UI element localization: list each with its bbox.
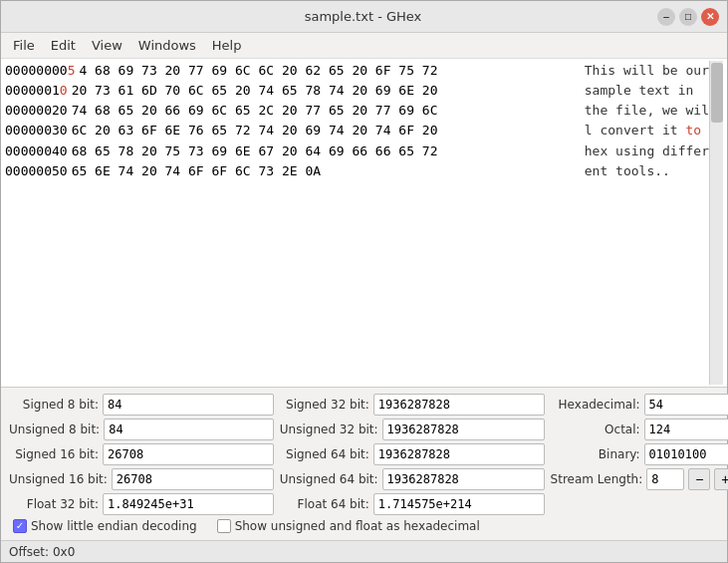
- unsigned-8bit-row: Unsigned 8 bit:: [9, 419, 274, 440]
- little-endian-check[interactable]: Show little endian decoding: [13, 519, 197, 533]
- hex-line: 0000000054 68 69 73 20 77 69 6C 6C 20 62…: [5, 61, 577, 81]
- octal-row: Octal:: [551, 419, 728, 440]
- scrollbar-thumb[interactable]: [711, 63, 723, 123]
- signed-8bit-row: Signed 8 bit:: [9, 394, 274, 416]
- unsigned-32bit-row: Unsigned 32 bit:: [280, 419, 545, 440]
- bottom-panel: Signed 8 bit: Signed 32 bit: Hexadecimal…: [1, 388, 727, 540]
- float-64bit-label: Float 64 bit:: [280, 497, 369, 511]
- signed-8bit-input[interactable]: [103, 394, 274, 416]
- octal-input[interactable]: [644, 419, 728, 440]
- float-64bit-row: Float 64 bit:: [280, 493, 545, 515]
- close-button[interactable]: ✕: [701, 8, 719, 26]
- hexadecimal-row: Hexadecimal:: [551, 394, 728, 416]
- binary-row: Binary:: [551, 443, 728, 465]
- signed-16bit-input[interactable]: [103, 443, 274, 465]
- unsigned-64bit-input[interactable]: [382, 468, 545, 490]
- signed-32bit-input[interactable]: [373, 394, 545, 416]
- signed-32bit-row: Signed 32 bit:: [280, 394, 545, 416]
- octal-label: Octal:: [551, 422, 640, 436]
- float-32bit-row: Float 32 bit:: [9, 493, 274, 515]
- signed-64bit-input[interactable]: [373, 443, 545, 465]
- hex-line: 000000306C 20 63 6F 6E 76 65 72 74 20 69…: [5, 121, 577, 141]
- empty-cell: [551, 493, 728, 515]
- text-column: This will be our sample text in the file…: [577, 61, 709, 385]
- stream-increase-button[interactable]: +: [714, 468, 728, 490]
- binary-label: Binary:: [551, 447, 640, 461]
- unsigned-16bit-row: Unsigned 16 bit:: [9, 468, 274, 490]
- signed-64bit-label: Signed 64 bit:: [280, 447, 369, 461]
- hex-line: 0000001020 73 61 6D 70 6C 65 20 74 65 78…: [5, 81, 577, 101]
- hex-line: 0000002074 68 65 20 66 69 6C 65 2C 20 77…: [5, 101, 577, 121]
- window-title: sample.txt - GHex: [69, 9, 657, 24]
- main-window: sample.txt - GHex – □ ✕ File Edit View W…: [0, 0, 728, 563]
- unsigned-64bit-label: Unsigned 64 bit:: [280, 472, 378, 486]
- unsigned-64bit-row: Unsigned 64 bit:: [280, 468, 545, 490]
- offset-display: Offset: 0x0: [9, 545, 75, 559]
- signed-16bit-row: Signed 16 bit:: [9, 443, 274, 465]
- unsigned-16bit-input[interactable]: [112, 468, 274, 490]
- stream-length-row: Stream Length: − +: [551, 468, 728, 490]
- hex-view[interactable]: 0000000054 68 69 73 20 77 69 6C 6C 20 62…: [1, 59, 727, 388]
- little-endian-checkbox[interactable]: [13, 519, 27, 533]
- unsigned-8bit-input[interactable]: [104, 419, 274, 440]
- titlebar: sample.txt - GHex – □ ✕: [1, 1, 727, 33]
- hex-input[interactable]: [644, 394, 728, 416]
- menu-edit[interactable]: Edit: [43, 36, 84, 55]
- vertical-scrollbar[interactable]: [709, 61, 723, 385]
- maximize-button[interactable]: □: [679, 8, 697, 26]
- unsigned-32bit-label: Unsigned 32 bit:: [280, 422, 378, 436]
- float-32bit-label: Float 32 bit:: [9, 497, 99, 511]
- checkboxes-row: Show little endian decoding Show unsigne…: [13, 519, 719, 533]
- binary-input[interactable]: [644, 443, 728, 465]
- signed-32bit-label: Signed 32 bit:: [280, 398, 369, 412]
- window-controls: – □ ✕: [657, 8, 719, 26]
- unsigned-8bit-label: Unsigned 8 bit:: [9, 422, 100, 436]
- minimize-button[interactable]: –: [657, 8, 675, 26]
- unsigned-hex-check[interactable]: Show unsigned and float as hexadecimal: [217, 519, 480, 533]
- fields-grid: Signed 8 bit: Signed 32 bit: Hexadecimal…: [9, 394, 719, 515]
- unsigned-16bit-label: Unsigned 16 bit:: [9, 472, 108, 486]
- unsigned-32bit-input[interactable]: [382, 419, 545, 440]
- menu-view[interactable]: View: [84, 36, 130, 55]
- stream-length-input[interactable]: [646, 468, 684, 490]
- hex-line: 0000004068 65 78 20 75 73 69 6E 67 20 64…: [5, 141, 577, 161]
- unsigned-hex-label: Show unsigned and float as hexadecimal: [235, 519, 480, 533]
- signed-64bit-row: Signed 64 bit:: [280, 443, 545, 465]
- little-endian-label: Show little endian decoding: [31, 519, 197, 533]
- menu-file[interactable]: File: [5, 36, 43, 55]
- statusbar: Offset: 0x0: [1, 540, 727, 562]
- signed-16bit-label: Signed 16 bit:: [9, 447, 99, 461]
- stream-decrease-button[interactable]: −: [688, 468, 710, 490]
- menubar: File Edit View Windows Help: [1, 33, 727, 59]
- float-64bit-input[interactable]: [373, 493, 545, 515]
- unsigned-hex-checkbox[interactable]: [217, 519, 231, 533]
- hex-content: 0000000054 68 69 73 20 77 69 6C 6C 20 62…: [5, 61, 577, 385]
- hex-line: 0000005065 6E 74 20 74 6F 6F 6C 73 2E 0A: [5, 161, 577, 181]
- stream-length-label: Stream Length:: [551, 472, 643, 486]
- signed-8bit-label: Signed 8 bit:: [9, 398, 99, 412]
- float-32bit-input[interactable]: [103, 493, 274, 515]
- menu-windows[interactable]: Windows: [130, 36, 204, 55]
- menu-help[interactable]: Help: [204, 36, 250, 55]
- hex-label: Hexadecimal:: [551, 398, 640, 412]
